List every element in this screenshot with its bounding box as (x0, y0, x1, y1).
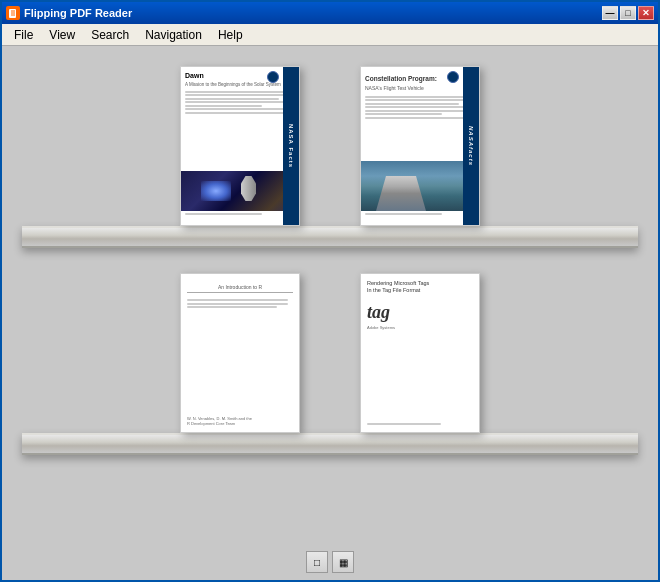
app-icon (6, 6, 20, 20)
book-dawn-subtitle: A Mission to the Beginnings of the Solar… (185, 82, 295, 88)
book-dawn-footer (181, 211, 299, 225)
book-tag-spacer (367, 330, 473, 423)
book-introduction[interactable]: An Introduction to R W. N. Venables, D. … (180, 273, 300, 433)
shelf-1-wrapper: Dawn A Mission to the Beginnings of the … (22, 56, 638, 263)
text-line (185, 91, 290, 93)
close-button[interactable]: ✕ (638, 6, 654, 20)
window-title: Flipping PDF Reader (24, 7, 598, 19)
book-tag-title2: In the Tag File Format (367, 287, 473, 293)
book-intro-body (187, 293, 293, 412)
nasa-sidebar-label: NASA Facts (288, 124, 294, 168)
text-line (187, 306, 277, 308)
menu-view[interactable]: View (41, 26, 83, 44)
view-grid-button[interactable]: ▦ (332, 551, 354, 573)
text-line (185, 112, 290, 114)
menu-file[interactable]: File (6, 26, 41, 44)
intro-text-lines (187, 299, 293, 308)
nasa-sidebar-2: NASAfacts (463, 67, 479, 225)
shelf-2-wrapper: An Introduction to R W. N. Venables, D. … (22, 263, 638, 470)
book-dawn-text (185, 91, 295, 114)
book-dawn-content: Dawn A Mission to the Beginnings of the … (181, 67, 299, 171)
text-line (365, 103, 459, 105)
minimize-button[interactable]: — (602, 6, 618, 20)
shelf-surface-1 (22, 226, 638, 248)
nasa-logo-1 (267, 71, 279, 83)
nasa-logo-2 (447, 71, 459, 83)
book-dawn-image (181, 171, 299, 211)
main-content: Dawn A Mission to the Beginnings of the … (2, 46, 658, 544)
book-intro-footer: W. N. Venables, D. M. Smith and theR Dev… (187, 416, 293, 426)
text-line (185, 108, 290, 110)
book-tag-title1: Rendering Microsoft Tags (367, 280, 473, 286)
maximize-button[interactable]: □ (620, 6, 636, 20)
menu-bar: File View Search Navigation Help (2, 24, 658, 46)
text-line (185, 101, 290, 103)
text-line (187, 303, 288, 305)
text-line (365, 213, 442, 215)
book-intro-title: An Introduction to R (187, 284, 293, 293)
text-line (185, 213, 262, 215)
shelf-2-books: An Introduction to R W. N. Venables, D. … (22, 263, 638, 433)
window-controls: — □ ✕ (602, 6, 654, 20)
book-constellation-image (361, 161, 479, 211)
book-constellation[interactable]: Constellation Program: NASA's Flight Tes… (360, 66, 480, 226)
text-line (365, 113, 442, 115)
book-constellation-footer (361, 211, 479, 225)
book-constellation-content: Constellation Program: NASA's Flight Tes… (361, 67, 479, 161)
text-line (185, 98, 279, 100)
book-tag-footer-lines (367, 423, 473, 427)
text-line (367, 423, 441, 425)
text-line (187, 299, 288, 301)
text-line (365, 99, 470, 101)
bottom-toolbar: □ ▦ (2, 544, 658, 580)
text-line (365, 96, 470, 98)
text-line (365, 117, 470, 119)
text-line (185, 105, 262, 107)
nasa-sidebar-1: NASA Facts (283, 67, 299, 225)
nasa-sidebar-label-2: NASAfacts (468, 126, 474, 166)
view-single-button[interactable]: □ (306, 551, 328, 573)
menu-search[interactable]: Search (83, 26, 137, 44)
book-tag-logo: tag (367, 302, 473, 323)
text-line (365, 110, 470, 112)
shelf-1-books: Dawn A Mission to the Beginnings of the … (22, 56, 638, 226)
shelf-surface-2 (22, 433, 638, 455)
book-constellation-subtitle: NASA's Flight Test Vehicle (365, 85, 475, 92)
book-tag[interactable]: Rendering Microsoft Tags In the Tag File… (360, 273, 480, 433)
text-line (185, 94, 290, 96)
menu-help[interactable]: Help (210, 26, 251, 44)
book-constellation-text (365, 96, 475, 119)
title-bar: Flipping PDF Reader — □ ✕ (2, 2, 658, 24)
book-dawn[interactable]: Dawn A Mission to the Beginnings of the … (180, 66, 300, 226)
menu-navigation[interactable]: Navigation (137, 26, 210, 44)
app-window: Flipping PDF Reader — □ ✕ File View Sear… (0, 0, 660, 582)
text-line (365, 106, 470, 108)
